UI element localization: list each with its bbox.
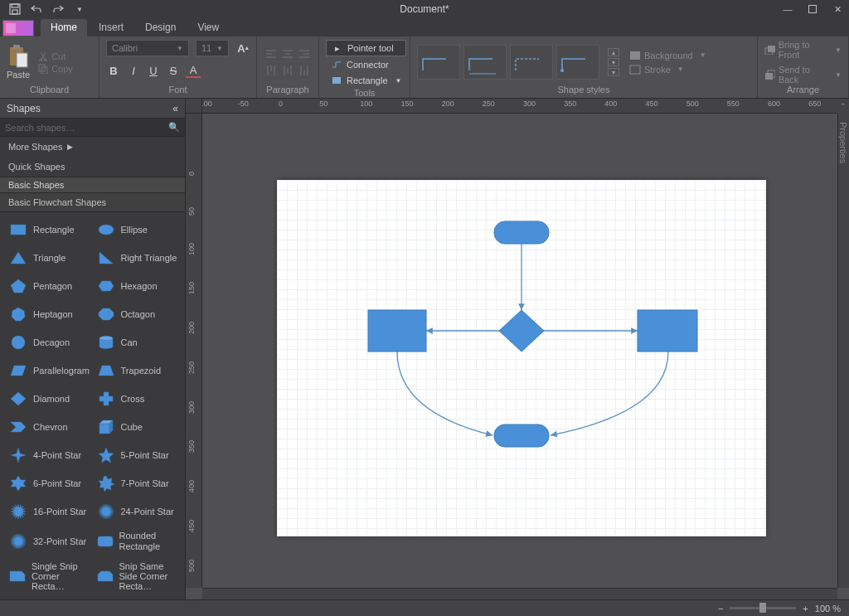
shape-item-cross[interactable]: Cross [95, 385, 182, 413]
shape-label: Right Triangle [121, 253, 177, 263]
minimize-button[interactable]: — [781, 2, 794, 16]
shapes-sidebar: Shapes « Search shapes… 🔍 More Shapes▶ Q… [0, 99, 186, 599]
background-button[interactable]: Background▼ [629, 51, 706, 61]
group-label-arrange: Arrange [764, 85, 842, 96]
tab-design[interactable]: Design [135, 19, 186, 36]
bring-to-front-button[interactable]: Bring to Front▼ [764, 40, 842, 60]
file-button[interactable] [2, 20, 34, 36]
properties-tab[interactable]: Properties [837, 117, 849, 168]
align-bottom-button[interactable] [297, 63, 312, 78]
basic-shapes-header[interactable]: Basic Shapes [0, 177, 185, 193]
shape-item-chevron[interactable]: Chevron [7, 413, 95, 441]
shape-item-star4[interactable]: 4-Point Star [7, 441, 95, 469]
svg-rect-6 [17, 53, 27, 67]
ribbon-collapse-button[interactable]: ⌃ [837, 99, 849, 114]
style-preset-3[interactable] [510, 45, 553, 80]
shape-item-star5[interactable]: 5-Point Star [95, 441, 182, 469]
shape-label: Diamond [33, 394, 70, 404]
shape-item-trapezoid[interactable]: Trapezoid [95, 357, 182, 385]
tab-home[interactable]: Home [41, 19, 87, 36]
shape-item-triangle[interactable]: Triangle [7, 244, 95, 272]
svg-rect-11 [332, 77, 341, 84]
strikethrough-button[interactable]: S [166, 63, 181, 78]
style-preset-1[interactable] [417, 45, 460, 80]
shape-item-parallelogram[interactable]: Parallelogram [7, 357, 95, 385]
shape-label: Heptagon [33, 309, 73, 319]
font-family-select[interactable]: Calibri▼ [106, 40, 189, 56]
group-paragraph: Paragraph [257, 36, 319, 98]
shape-item-star24[interactable]: 24-Point Star [95, 497, 182, 526]
zoom-thumb[interactable] [759, 603, 766, 613]
undo-icon[interactable] [30, 2, 43, 16]
group-label-shape-styles: Shape styles [417, 85, 750, 96]
font-color-button[interactable]: A [186, 63, 201, 78]
shape-item-star16[interactable]: 16-Point Star [7, 497, 95, 526]
style-gallery-up[interactable]: ▴ [608, 48, 619, 56]
send-to-back-button[interactable]: Send to Back▼ [764, 65, 842, 85]
align-right-button[interactable] [297, 46, 312, 61]
viewport[interactable] [202, 114, 837, 588]
shape-item-can[interactable]: Can [95, 328, 182, 357]
bold-button[interactable]: B [106, 63, 121, 78]
italic-button[interactable]: I [126, 63, 141, 78]
shape-item-hexagon[interactable]: Hexagon [95, 272, 182, 300]
zoom-out-button[interactable]: − [718, 604, 723, 614]
shape-item-snip2[interactable]: Snip Same Side Corner Recta… [95, 556, 182, 596]
redo-icon[interactable] [51, 2, 65, 16]
rectangle-tool-button[interactable]: Rectangle▼ [326, 73, 406, 88]
quick-shapes-button[interactable]: Quick Shapes [0, 157, 185, 177]
star7-icon [96, 474, 116, 492]
stroke-button[interactable]: Stroke▼ [629, 65, 706, 75]
more-shapes-button[interactable]: More Shapes▶ [0, 137, 185, 157]
shape-item-decagon[interactable]: Decagon [7, 328, 95, 357]
paste-button[interactable]: Paste [7, 45, 30, 80]
shape-item-star32[interactable]: 32-Point Star [7, 526, 95, 555]
style-preset-4[interactable] [556, 45, 599, 80]
zoom-label[interactable]: 100 % [815, 604, 841, 614]
connector-tool-button[interactable]: Connector [326, 57, 406, 72]
zoom-in-button[interactable]: + [803, 604, 808, 614]
shape-item-pentagon[interactable]: Pentagon [7, 272, 95, 300]
shape-item-diamond[interactable]: Diamond [7, 385, 95, 413]
shape-item-snip1[interactable]: Single Snip Corner Recta… [7, 556, 95, 596]
tab-insert[interactable]: Insert [89, 19, 133, 36]
maximize-button[interactable] [806, 2, 819, 16]
shape-item-rect[interactable]: Rectangle [7, 216, 95, 244]
tab-view[interactable]: View [187, 19, 229, 36]
shape-item-star7[interactable]: 7-Point Star [95, 469, 182, 497]
shape-label: Triangle [33, 253, 65, 263]
shape-item-octagon[interactable]: Octagon [95, 300, 182, 328]
shape-label: Cross [121, 394, 145, 404]
qat-dropdown-icon[interactable]: ▼ [73, 2, 86, 16]
style-preset-2[interactable] [463, 45, 507, 80]
copy-button[interactable]: Copy [38, 64, 73, 74]
star6-icon [8, 474, 28, 492]
align-left-button[interactable] [264, 46, 279, 61]
grow-font-button[interactable]: A▴ [235, 41, 250, 56]
font-size-select[interactable]: 11▼ [196, 40, 229, 56]
shape-item-cube[interactable]: Cube [95, 413, 182, 441]
underline-button[interactable]: U [146, 63, 161, 78]
diagram-page[interactable] [277, 180, 766, 536]
pointer-tool-button[interactable]: ▸Pointer tool [326, 40, 406, 56]
shape-item-heptagon[interactable]: Heptagon [7, 300, 95, 328]
shape-search-input[interactable]: Search shapes… 🔍 [0, 119, 185, 137]
shape-item-roundrect[interactable]: Rounded Rectangle [95, 526, 182, 555]
shape-item-rtriangle[interactable]: Right Triangle [95, 244, 182, 272]
horizontal-scrollbar[interactable] [202, 588, 837, 599]
stroke-icon [629, 65, 641, 75]
close-button[interactable]: ✕ [831, 2, 844, 16]
cut-button[interactable]: Cut [38, 51, 73, 61]
ribbon-tabstrip: HomeInsertDesignView [0, 18, 849, 36]
shape-item-star6[interactable]: 6-Point Star [7, 469, 95, 497]
collapse-sidebar-icon[interactable]: « [172, 103, 178, 114]
zoom-slider[interactable] [730, 607, 796, 609]
style-gallery-more[interactable]: ▾ [608, 68, 619, 76]
flowchart-shapes-header[interactable]: Basic Flowchart Shapes [0, 193, 185, 212]
save-icon[interactable] [8, 2, 22, 16]
align-top-button[interactable] [264, 63, 279, 78]
align-center-button[interactable] [280, 46, 295, 61]
align-middle-button[interactable] [280, 63, 295, 78]
style-gallery-down[interactable]: ▾ [608, 58, 619, 66]
shape-item-ellipse[interactable]: Ellipse [95, 216, 182, 244]
